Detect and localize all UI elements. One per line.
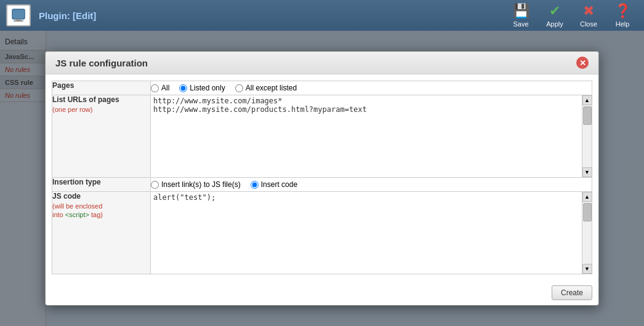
insertion-type-row: Insertion type Insert link(s) to JS file… xyxy=(52,178,592,192)
form-table: Pages All List xyxy=(52,81,592,274)
logo xyxy=(6,4,31,26)
svg-rect-2 xyxy=(16,19,21,20)
modal-overlay: JS rule configuration ✕ Pages xyxy=(0,31,644,326)
radio-all[interactable] xyxy=(151,84,159,92)
radio-insert-link[interactable] xyxy=(151,181,159,189)
url-scrollbar: ▲ ▼ xyxy=(582,95,592,177)
apply-button[interactable]: ✔ Apply xyxy=(539,1,570,30)
help-button[interactable]: ❓ Help xyxy=(607,1,638,30)
scroll-up-arrow[interactable]: ▲ xyxy=(582,95,592,105)
js-code-textarea-wrapper: alert("test"); ▲ ▼ xyxy=(151,192,592,274)
url-sublabel: (one per row) xyxy=(52,106,92,113)
js-code-row: JS code (will be enclosed into <script> … xyxy=(52,192,592,274)
js-code-sublabel: (will be enclosed into <script> tag) xyxy=(52,202,103,218)
radio-insert-code[interactable] xyxy=(251,181,259,189)
radio-insert-code-label[interactable]: Insert code xyxy=(251,180,297,189)
insertion-type-label-cell: Insertion type xyxy=(52,178,151,192)
js-rule-dialog: JS rule configuration ✕ Pages xyxy=(45,51,599,306)
insertion-radio-group: Insert link(s) to JS file(s) Insert code xyxy=(151,178,592,191)
url-list-content-cell: http://www.mysite.com/images* http://www… xyxy=(151,95,592,178)
url-textarea-wrapper: http://www.mysite.com/images* http://www… xyxy=(151,95,592,177)
page-title: Plugin: [Edit] xyxy=(39,10,96,21)
save-icon: 💾 xyxy=(513,3,529,19)
close-button[interactable]: ✖ Close xyxy=(573,1,604,30)
dialog-footer: Create xyxy=(46,280,598,305)
radio-all-except[interactable] xyxy=(235,84,243,92)
js-code-content-cell: alert("test"); ▲ ▼ xyxy=(151,192,592,274)
js-code-label-cell: JS code (will be enclosed into <script> … xyxy=(52,192,151,274)
radio-all-label[interactable]: All xyxy=(151,84,169,92)
js-code-scrollbar: ▲ ▼ xyxy=(582,192,592,274)
dialog-body: Pages All List xyxy=(46,74,598,280)
save-button[interactable]: 💾 Save xyxy=(505,1,536,30)
page-background: Details JavaSc... No rules CSS rule No r… xyxy=(0,31,644,326)
radio-all-except-label[interactable]: All except listed xyxy=(235,84,297,92)
pages-label-cell: Pages xyxy=(52,81,151,95)
dialog-title: JS rule configuration xyxy=(55,58,148,68)
code-scroll-thumb[interactable] xyxy=(583,203,592,221)
apply-icon: ✔ xyxy=(549,3,560,19)
radio-insert-link-label[interactable]: Insert link(s) to JS file(s) xyxy=(151,180,241,189)
dialog-header: JS rule configuration ✕ xyxy=(46,52,598,74)
toolbar: Plugin: [Edit] 💾 Save ✔ Apply ✖ Close ❓ … xyxy=(0,0,644,31)
radio-listed-label[interactable]: Listed only xyxy=(179,84,225,92)
url-list-row: List URLs of pages (one per row) http://… xyxy=(52,95,592,178)
svg-rect-0 xyxy=(12,9,25,19)
code-scroll-up-arrow[interactable]: ▲ xyxy=(582,192,592,202)
pages-radio-group: All Listed only All except listed xyxy=(151,81,592,95)
js-code-textarea[interactable]: alert("test"); xyxy=(151,192,572,272)
create-button[interactable]: Create xyxy=(552,285,592,300)
svg-rect-1 xyxy=(14,20,23,22)
insertion-type-content-cell: Insert link(s) to JS file(s) Insert code xyxy=(151,178,592,192)
scroll-thumb[interactable] xyxy=(583,106,592,125)
close-icon: ✖ xyxy=(583,3,594,19)
url-textarea[interactable]: http://www.mysite.com/images* http://www… xyxy=(151,95,572,175)
url-list-label-cell: List URLs of pages (one per row) xyxy=(52,95,151,178)
dialog-close-button[interactable]: ✕ xyxy=(576,57,589,69)
scroll-down-arrow[interactable]: ▼ xyxy=(582,167,592,177)
pages-radio-cell: All Listed only All except listed xyxy=(151,81,592,95)
code-scroll-down-arrow[interactable]: ▼ xyxy=(582,264,592,274)
pages-row: Pages All List xyxy=(52,81,592,95)
radio-listed-only[interactable] xyxy=(179,84,187,92)
help-icon: ❓ xyxy=(614,3,631,19)
